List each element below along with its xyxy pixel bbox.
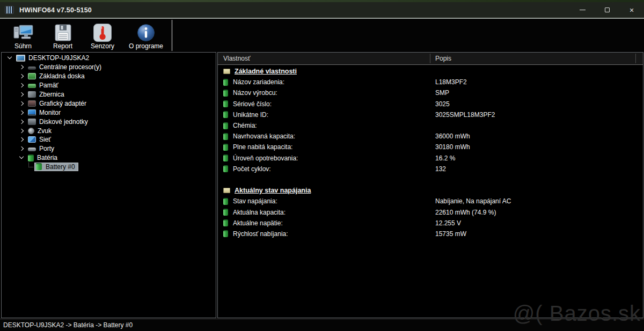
chevron-right-icon[interactable]	[18, 82, 25, 89]
tree-label: Battery #0	[46, 163, 75, 171]
tree-item-desktop[interactable]: DESKTOP-U9JSKA2	[2, 54, 216, 63]
chevron-right-icon[interactable]	[18, 72, 25, 80]
property-value: 12.255 V	[435, 219, 461, 227]
property-label: Názov výrobcu:	[233, 89, 277, 97]
column-header-description[interactable]: Popis	[435, 55, 451, 62]
tree-label: Diskové jednotky	[39, 118, 88, 126]
report-label: Report	[53, 42, 72, 50]
tree-label: Centrálne procesor(y)	[39, 63, 101, 71]
battery-icon	[223, 111, 228, 118]
tree-item-network[interactable]: Sieť	[2, 135, 216, 144]
chevron-right-icon[interactable]	[18, 118, 25, 126]
property-row[interactable]: Stav napájania: Nabíjanie, Na napájaní A…	[218, 196, 643, 207]
motherboard-icon	[28, 73, 36, 79]
about-button[interactable]: O programe	[122, 20, 170, 51]
tree-item-gpu[interactable]: Grafický adaptér	[2, 99, 216, 108]
folder-icon	[223, 69, 230, 74]
tree-label: Zvuk	[38, 127, 52, 135]
property-row[interactable]: Názov zariadenia: L18M3PF2	[218, 77, 643, 87]
tree-label: Porty	[39, 145, 54, 152]
property-row[interactable]: Počet cyklov: 132	[218, 164, 643, 174]
property-row[interactable]: Úroveň opotrebovania: 16.2 %	[218, 153, 643, 164]
chevron-right-icon[interactable]	[18, 100, 25, 107]
gpu-icon	[28, 100, 36, 107]
tree-item-disks[interactable]: Diskové jednotky	[2, 117, 216, 126]
column-resize-handle[interactable]	[430, 54, 430, 63]
property-value: 16.2 %	[435, 155, 455, 162]
tree-item-monitor[interactable]: Monitor	[2, 108, 216, 117]
tree-item-battery0-selected[interactable]: Battery #0	[2, 163, 216, 172]
minimize-button[interactable]	[570, 2, 595, 18]
sensors-button[interactable]: Senzory	[83, 20, 122, 51]
battery-icon	[223, 79, 228, 86]
property-row[interactable]: Aktuálna kapacita: 22610 mWh (74.9 %)	[218, 207, 643, 217]
thermometer-sensors-icon	[93, 23, 112, 42]
chevron-right-icon[interactable]	[18, 63, 25, 71]
info-about-icon	[137, 23, 155, 42]
property-value: L18M3PF2	[435, 78, 467, 86]
property-label: Plne nabitá kapacita:	[233, 143, 292, 151]
tree-item-bus[interactable]: Zbernica	[2, 90, 216, 99]
app-icon	[5, 6, 14, 14]
tree-item-motherboard[interactable]: Základná doska	[2, 72, 216, 81]
maximize-button[interactable]	[595, 2, 619, 18]
chevron-right-icon[interactable]	[18, 145, 25, 152]
section-title: Základné vlastnosti	[235, 68, 297, 75]
property-row[interactable]: Rýchlosť nabíjania: 15735 mW	[218, 229, 643, 239]
battery-icon	[223, 155, 228, 161]
battery-icon	[223, 100, 228, 107]
property-row[interactable]: Unikátne ID: 3025SMPL18M3PF2	[218, 109, 643, 120]
ports-icon	[28, 148, 36, 151]
chevron-right-icon[interactable]	[18, 127, 25, 135]
tree-connector-line	[28, 163, 33, 167]
property-label: Aktuálna kapacita:	[233, 209, 286, 216]
monitor-icon	[28, 109, 36, 116]
tree-item-cpu[interactable]: Centrálne procesor(y)	[2, 63, 216, 72]
chevron-right-icon[interactable]	[18, 136, 25, 143]
property-label: Počet cyklov:	[233, 165, 271, 173]
property-row[interactable]: Sériové číslo: 3025	[218, 99, 643, 109]
summary-label: Súhrn	[14, 42, 32, 50]
tree-label: DESKTOP-U9JSKA2	[28, 54, 89, 62]
property-row[interactable]: Aktuálne napätie: 12.255 V	[218, 218, 643, 229]
tree-item-battery[interactable]: Batéria	[2, 153, 216, 163]
property-row[interactable]: Plne nabitá kapacita: 30180 mWh	[218, 142, 643, 152]
property-row[interactable]: Navrhovaná kapacita: 36000 mWh	[218, 131, 643, 142]
close-button[interactable]: ×	[619, 2, 644, 18]
toolbar: Súhrn Report	[0, 18, 644, 52]
property-value: 36000 mWh	[435, 133, 470, 140]
chevron-right-icon[interactable]	[18, 91, 25, 98]
window-title: HWiNFO64 v7.50-5150	[19, 6, 92, 14]
chevron-down-icon[interactable]	[18, 154, 25, 161]
titlebar[interactable]: HWiNFO64 v7.50-5150 ×	[0, 2, 644, 18]
section-row[interactable]: Základné vlastnosti	[218, 66, 643, 77]
device-tree-panel[interactable]: DESKTOP-U9JSKA2 Centrálne procesor(y) Zá…	[1, 52, 216, 318]
battery-icon	[223, 219, 228, 226]
property-label: Sériové číslo:	[233, 100, 272, 108]
selected-tree-row[interactable]: Battery #0	[34, 163, 78, 171]
tree-item-memory[interactable]: Pamäť	[2, 81, 216, 90]
tree-label: Sieť	[39, 136, 51, 143]
column-resize-handle[interactable]	[635, 54, 636, 63]
column-header-property[interactable]: Vlastnosť	[218, 55, 251, 62]
property-value: SMP	[435, 89, 449, 97]
properties-panel: Vlastnosť Popis Základné vlastnosti Názo…	[217, 52, 643, 318]
tree-item-ports[interactable]: Porty	[2, 144, 216, 153]
computer-icon	[16, 55, 25, 62]
chevron-down-icon[interactable]	[6, 54, 13, 62]
summary-button[interactable]: Súhrn	[3, 20, 43, 51]
property-row[interactable]: Chémia:	[218, 120, 643, 131]
section-title: Aktuálny stav napájania	[235, 187, 311, 194]
property-label: Aktuálne napätie:	[233, 219, 283, 227]
status-path: DESKTOP-U9JSKA2 -> Batéria -> Battery #0	[3, 321, 133, 329]
sound-icon	[28, 128, 34, 134]
property-value: 3025SMPL18M3PF2	[435, 111, 495, 119]
property-row[interactable]: Názov výrobcu: SMP	[218, 87, 643, 98]
tree-label: Základná doska	[39, 72, 85, 80]
report-button[interactable]: Report	[43, 20, 83, 51]
spacer-row	[218, 174, 643, 185]
chevron-right-icon[interactable]	[18, 109, 25, 116]
tree-item-sound[interactable]: Zvuk	[2, 126, 216, 135]
section-row[interactable]: Aktuálny stav napájania	[218, 185, 643, 196]
properties-list: Základné vlastnosti Názov zariadenia: L1…	[218, 65, 643, 239]
